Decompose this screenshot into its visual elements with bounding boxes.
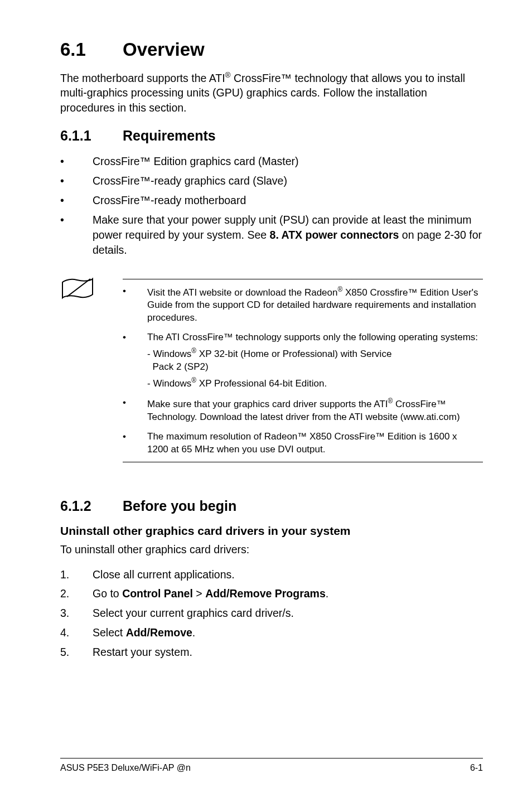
registered-mark: ® xyxy=(225,71,231,79)
note-text: Visit the ATI website or download the Ra… xyxy=(147,285,481,325)
step-number: 5. xyxy=(60,645,93,660)
heading-title: Before you begin xyxy=(123,498,236,514)
text: Select xyxy=(93,626,126,639)
intro-paragraph: The motherboard supports the ATI® CrossF… xyxy=(60,70,483,115)
text: XP 32-bit (Home or Professional) with Se… xyxy=(196,349,391,359)
heading-number: 6.1 xyxy=(60,39,123,60)
note-subitem: - Windows® XP 32-bit (Home or Profession… xyxy=(147,346,481,374)
text: . xyxy=(192,626,195,639)
bullet-mark: • xyxy=(123,397,147,424)
list-item: 5. Restart your system. xyxy=(60,645,483,660)
list-item: 1. Close all current applications. xyxy=(60,567,483,582)
registered-mark: ® xyxy=(337,286,342,293)
text: . xyxy=(326,587,328,600)
list-text: Make sure that your power supply unit (P… xyxy=(93,212,483,258)
note-icon xyxy=(60,277,95,301)
list-item: • Make sure that your power supply unit … xyxy=(60,212,483,258)
text: > xyxy=(193,587,205,600)
note-subitem: - Windows® XP Professional 64-bit Editio… xyxy=(147,376,481,390)
page: 6.1 Overview The motherboard supports th… xyxy=(0,0,532,802)
bullet-mark: • xyxy=(60,154,93,169)
text: Visit the ATI website or download the Ra… xyxy=(147,287,337,297)
step-number: 1. xyxy=(60,567,93,582)
list-item: 4. Select Add/Remove. xyxy=(60,625,483,640)
step-number: 3. xyxy=(60,606,93,621)
bullet-mark: • xyxy=(60,212,93,258)
text: Pack 2 (SP2) xyxy=(147,361,209,372)
text: Make sure that your graphics card driver… xyxy=(147,399,388,409)
list-item: • CrossFire™-ready graphics card (Slave) xyxy=(60,173,483,189)
list-item: • CrossFire™-ready motherboard xyxy=(60,193,483,208)
bold-text: Add/Remove xyxy=(126,626,192,639)
note-body: • Visit the ATI website or download the … xyxy=(123,279,483,462)
registered-mark: ® xyxy=(191,376,196,384)
note-block: • Visit the ATI website or download the … xyxy=(60,279,483,462)
registered-mark: ® xyxy=(191,347,196,355)
text: Go to xyxy=(93,587,122,600)
note-item: • Make sure that your graphics card driv… xyxy=(123,397,481,424)
step-text: Close all current applications. xyxy=(93,567,483,582)
uninstall-steps: 1. Close all current applications. 2. Go… xyxy=(60,567,483,660)
bold-text: Add/Remove Programs xyxy=(205,587,326,600)
bullet-mark: • xyxy=(60,193,93,208)
heading-title: Requirements xyxy=(123,128,216,144)
subheading-uninstall: Uninstall other graphics card drivers in… xyxy=(60,524,483,538)
bullet-mark: • xyxy=(123,331,147,344)
bullet-mark: • xyxy=(123,431,147,456)
note-item: • The ATI CrossFire™ technology supports… xyxy=(123,331,481,344)
bold-text: Control Panel xyxy=(122,587,193,600)
note-icon-column xyxy=(60,279,123,462)
list-item: • CrossFire™ Edition graphics card (Mast… xyxy=(60,154,483,169)
list-text: CrossFire™-ready graphics card (Slave) xyxy=(93,173,483,189)
heading-6-1-2: 6.1.2 Before you begin xyxy=(60,498,483,514)
registered-mark: ® xyxy=(388,397,393,405)
bullet-mark: • xyxy=(123,285,147,325)
text: - Windows xyxy=(147,349,191,359)
step-text: Restart your system. xyxy=(93,645,483,660)
note-text: The maximum resolution of Radeon™ X850 C… xyxy=(147,431,481,456)
bullet-mark: • xyxy=(60,173,93,189)
text: - Windows xyxy=(147,378,191,388)
uninstall-lead: To uninstall other graphics card drivers… xyxy=(60,542,483,557)
note-item: • The maximum resolution of Radeon™ X850… xyxy=(123,431,481,456)
step-text: Select your current graphics card driver… xyxy=(93,606,483,621)
note-item: • Visit the ATI website or download the … xyxy=(123,285,481,325)
list-item: 2. Go to Control Panel > Add/Remove Prog… xyxy=(60,586,483,601)
heading-6-1: 6.1 Overview xyxy=(60,39,483,60)
heading-number: 6.1.1 xyxy=(60,128,123,144)
step-text: Go to Control Panel > Add/Remove Program… xyxy=(93,586,483,601)
text: XP Professional 64-bit Edition. xyxy=(196,378,327,388)
heading-title: Overview xyxy=(123,39,205,60)
step-number: 4. xyxy=(60,625,93,640)
note-text: The ATI CrossFire™ technology supports o… xyxy=(147,331,481,344)
step-text: Select Add/Remove. xyxy=(93,625,483,640)
step-number: 2. xyxy=(60,586,93,601)
list-text: CrossFire™-ready motherboard xyxy=(93,193,483,208)
text: The motherboard supports the ATI xyxy=(60,72,225,84)
list-item: 3. Select your current graphics card dri… xyxy=(60,606,483,621)
bold-text: 8. ATX power connectors xyxy=(270,229,399,241)
note-text: Make sure that your graphics card driver… xyxy=(147,397,481,424)
list-text: CrossFire™ Edition graphics card (Master… xyxy=(93,154,483,169)
footer-left: ASUS P5E3 Deluxe/WiFi-AP @n xyxy=(60,763,191,773)
heading-6-1-1: 6.1.1 Requirements xyxy=(60,128,483,144)
page-footer: ASUS P5E3 Deluxe/WiFi-AP @n 6-1 xyxy=(60,758,483,773)
requirements-list: • CrossFire™ Edition graphics card (Mast… xyxy=(60,154,483,257)
heading-number: 6.1.2 xyxy=(60,498,123,514)
footer-right: 6-1 xyxy=(470,763,483,773)
